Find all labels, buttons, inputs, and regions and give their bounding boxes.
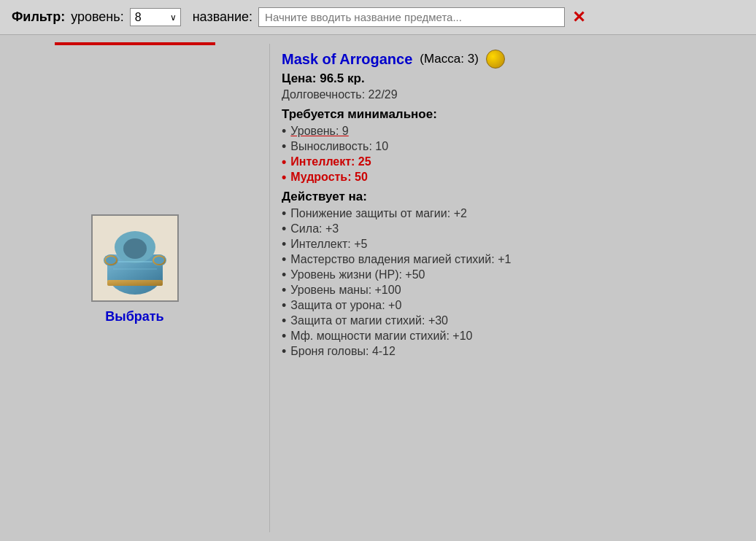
bullet-icon: • (282, 299, 286, 312)
effects-list: •Понижение защиты от магии: +2•Сила: +3•… (282, 207, 744, 358)
effect-text: Защита от урона: +0 (290, 299, 401, 312)
red-bar (55, 42, 215, 45)
effect-text: Мастерство владения магией стихий: +1 (290, 253, 511, 266)
item-name: Mask of Arrogance (282, 51, 412, 68)
item-image (95, 218, 175, 298)
filter-label: Фильтр: (12, 9, 65, 25)
left-panel: Выбрать (0, 44, 270, 532)
requirements-intellect: • Интеллект: 25 (282, 155, 744, 168)
right-panel: Mask of Arrogance (Масса: 3) Цена: 96.5 … (270, 44, 756, 532)
bullet-icon: • (282, 253, 286, 266)
bullet-icon: • (282, 171, 286, 184)
effect-item: •Мф. мощности магии стихий: +10 (282, 330, 744, 343)
bullet-icon: • (282, 207, 286, 220)
effect-item: •Защита от магии стихий: +30 (282, 314, 744, 327)
effect-item: •Защита от урона: +0 (282, 299, 744, 312)
main-content: Выбрать Mask of Arrogance (Масса: 3) Цен… (0, 35, 756, 532)
item-price: Цена: 96.5 кр. (282, 71, 744, 86)
filter-bar: Фильтр: уровень: 8 1 2 3 4 5 6 7 9 10 на… (0, 0, 756, 35)
effect-text: Мф. мощности магии стихий: +10 (290, 330, 472, 343)
effect-text: Понижение защиты от магии: +2 (290, 207, 467, 220)
effect-item: •Понижение защиты от магии: +2 (282, 207, 744, 220)
requirements-wisdom: • Мудрость: 50 (282, 171, 744, 184)
item-title-row: Mask of Arrogance (Масса: 3) (282, 50, 744, 69)
top-decoration (7, 42, 262, 45)
filter-level-label: уровень: (71, 9, 124, 25)
bullet-icon: • (282, 330, 286, 343)
select-area: Выбрать (91, 309, 179, 324)
effect-item: •Броня головы: 4-12 (282, 345, 744, 358)
req-wisdom-text: Мудрость: 50 (290, 171, 367, 184)
effect-item: •Мастерство владения магией стихий: +1 (282, 253, 744, 266)
requirements-endurance: • Выносливость: 10 (282, 140, 744, 153)
effect-item: •Уровень маны: +100 (282, 284, 744, 297)
bullet-icon: • (282, 140, 286, 153)
item-image-area: Выбрать (91, 214, 179, 324)
effect-text: Уровень жизни (HP): +50 (290, 268, 425, 281)
requirements-title: Требуется минимальное: (282, 107, 744, 122)
effect-text: Интеллект: +5 (290, 238, 367, 251)
select-button[interactable]: Выбрать (105, 309, 163, 324)
clear-button[interactable]: ✕ (571, 8, 587, 27)
svg-point-3 (123, 238, 147, 259)
bullet-icon: • (282, 222, 286, 236)
effects-title: Действует на: (282, 190, 744, 204)
name-input[interactable] (258, 7, 565, 27)
item-durability: Долговечность: 22/29 (282, 88, 744, 101)
effect-item: •Сила: +3 (282, 222, 744, 236)
bullet-icon: • (282, 268, 286, 281)
bullet-icon: • (282, 345, 286, 358)
bullet-icon: • (282, 125, 286, 138)
item-image-container (91, 214, 179, 302)
requirements-level: • Уровень: 9 (282, 125, 744, 138)
effect-item: •Интеллект: +5 (282, 238, 744, 251)
effect-text: Броня головы: 4-12 (290, 345, 396, 358)
gold-coin-icon (486, 50, 505, 69)
level-select[interactable]: 8 1 2 3 4 5 6 7 9 10 (130, 8, 181, 26)
svg-rect-4 (107, 280, 163, 286)
bullet-icon: • (282, 238, 286, 251)
effect-text: Сила: +3 (290, 222, 339, 236)
effect-item: •Уровень жизни (HP): +50 (282, 268, 744, 281)
req-endurance-text: Выносливость: 10 (290, 140, 388, 153)
bullet-icon: • (282, 155, 286, 168)
bullet-icon: • (282, 284, 286, 297)
req-intellect-text: Интеллект: 25 (290, 155, 371, 168)
bullet-icon: • (282, 314, 286, 327)
filter-name-label: название: (193, 9, 252, 25)
effect-text: Уровень маны: +100 (290, 284, 401, 297)
item-mass: (Масса: 3) (420, 52, 478, 66)
level-select-wrapper: 8 1 2 3 4 5 6 7 9 10 (130, 8, 181, 26)
req-level-text: Уровень: 9 (290, 125, 348, 138)
effect-text: Защита от магии стихий: +30 (290, 314, 448, 327)
